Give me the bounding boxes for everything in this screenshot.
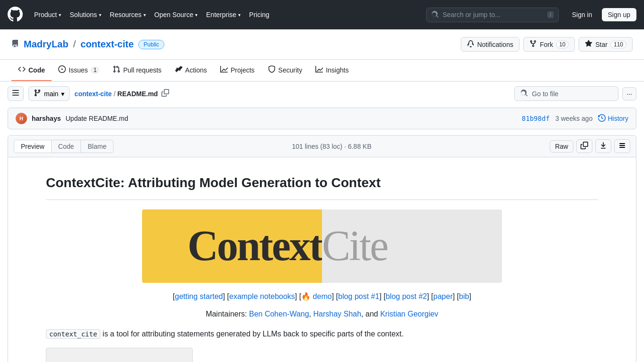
readme-title: ContextCite: Attributing Model Generatio… [46, 172, 598, 200]
topnav-auth: Sign in Sign up [566, 8, 636, 21]
topnav: Product▾ Solutions▾ Resources▾ Open Sour… [0, 0, 644, 29]
tab-issues[interactable]: Issues 1 [52, 60, 106, 81]
commit-info: H harshays Update README.md 81b98df 3 we… [8, 108, 636, 129]
link-getting-started[interactable]: getting started [175, 292, 223, 300]
maintainer-1[interactable]: Ben Cohen-Wang [249, 310, 309, 318]
fork-label: Fork [540, 41, 553, 48]
breadcrumb-separator: / [114, 90, 116, 98]
nav-pricing[interactable]: Pricing [245, 8, 273, 21]
insights-icon [315, 65, 323, 74]
signin-button[interactable]: Sign in [566, 9, 598, 21]
file-nav-right: Go to file ··· [514, 86, 636, 101]
commit-sha[interactable]: 81b98df [522, 115, 550, 122]
maintainers-prefix: Maintainers: [206, 310, 247, 318]
fork-count: 10 [556, 41, 569, 48]
tab-projects[interactable]: Projects [214, 60, 261, 81]
download-button[interactable] [595, 139, 611, 153]
repo-slash: / [73, 39, 76, 50]
copy-icon [161, 91, 169, 98]
copy-raw-icon [581, 144, 588, 151]
context-cite-code: context_cite [46, 329, 100, 339]
breadcrumb: context-cite / README.md [74, 88, 171, 99]
outline-icon [618, 144, 626, 151]
copy-raw-button[interactable] [576, 139, 592, 153]
code-icon [18, 65, 26, 74]
fork-button[interactable]: Fork 10 [523, 37, 575, 52]
nav-solutions[interactable]: Solutions▾ [66, 8, 105, 21]
outline-button[interactable] [614, 139, 630, 153]
maintainer-2[interactable]: Harshay Shah [313, 310, 361, 318]
maintainer-3[interactable]: Kristian Georgiev [380, 310, 438, 318]
tab-code[interactable]: Code [11, 60, 52, 81]
commit-time: 3 weeks ago [555, 115, 593, 122]
file-view-tabs: Preview Code Blame [14, 140, 114, 153]
tab-insights-label: Insights [326, 66, 349, 74]
code-tab[interactable]: Code [52, 140, 81, 153]
branch-chevron-icon: ▾ [61, 90, 64, 98]
go-to-file-icon [520, 89, 528, 98]
pr-icon [113, 65, 120, 74]
breadcrumb-repo-link[interactable]: context-cite [74, 90, 112, 98]
actions-icon [175, 65, 182, 74]
repo-header: MadryLab / context-cite Public Notificat… [0, 29, 644, 60]
resources-chevron-icon: ▾ [143, 12, 146, 18]
repo-name-link[interactable]: context-cite [80, 39, 134, 50]
branch-icon [34, 89, 41, 98]
repo-org-link[interactable]: MadryLab [24, 39, 68, 50]
nav-enterprise[interactable]: Enterprise▾ [202, 8, 244, 21]
readme-maintainers: Maintainers: Ben Cohen-Wang, Harshay Sha… [46, 308, 598, 320]
search-bar[interactable]: Search or jump to... / [426, 8, 559, 22]
raw-button[interactable]: Raw [550, 140, 573, 153]
tab-actions[interactable]: Actions [168, 60, 214, 81]
issue-icon [58, 65, 66, 74]
link-bib[interactable]: bib [459, 292, 469, 300]
history-icon [598, 114, 606, 123]
more-options-button[interactable]: ··· [622, 87, 636, 100]
nav-product[interactable]: Product▾ [30, 8, 65, 21]
link-blog-post-2[interactable]: blog post #2 [386, 292, 427, 300]
star-button[interactable]: Star 110 [579, 37, 633, 52]
link-example-notebooks[interactable]: example notebooks [229, 292, 295, 300]
link-paper[interactable]: paper [433, 292, 453, 300]
go-to-file[interactable]: Go to file [514, 86, 618, 101]
blame-tab[interactable]: Blame [81, 140, 114, 153]
sidebar-toggle-button[interactable] [8, 86, 24, 101]
commit-author[interactable]: harshays [32, 115, 61, 122]
nav-open-source[interactable]: Open Source▾ [151, 8, 202, 21]
file-nav-header: main ▾ context-cite / README.md Go to fi… [0, 81, 644, 106]
tab-pull-requests[interactable]: Pull requests [106, 60, 168, 81]
avatar: H [16, 113, 27, 124]
tab-insights[interactable]: Insights [309, 60, 355, 81]
repo-type-icon [11, 39, 19, 50]
notifications-button[interactable]: Notifications [461, 37, 519, 52]
readme-description: context_cite is a tool for attributing s… [46, 328, 598, 340]
repo-action-buttons: Notifications Fork 10 Star 110 [461, 37, 633, 52]
link-demo[interactable]: 🔥 demo [301, 292, 331, 300]
maintainers-and: and [366, 310, 380, 318]
sidebar-toggle-icon [12, 89, 19, 98]
repo-title-area: MadryLab / context-cite Public [11, 39, 164, 50]
link-blog-post-1[interactable]: blog post #1 [338, 292, 379, 300]
bottom-image-placeholder: Context 🌿 [46, 348, 193, 362]
tab-issues-label: Issues [69, 66, 88, 74]
file-actions: Raw [550, 139, 630, 153]
file-nav-left: main ▾ context-cite / README.md [8, 86, 171, 101]
logo-gray-bg: Cite [322, 209, 502, 283]
readme-links-line: [getting started] [example notebooks] [🔥… [46, 290, 598, 303]
readme-desc-text: is a tool for attributing statements gen… [103, 330, 404, 338]
readme-logo-area: Context Cite [46, 209, 598, 283]
download-icon [599, 144, 607, 151]
branch-selector[interactable]: main ▾ [28, 86, 70, 101]
tab-pull-requests-label: Pull requests [123, 66, 161, 74]
history-button[interactable]: History [598, 114, 628, 123]
tab-security[interactable]: Security [261, 60, 309, 81]
repo-visibility-badge: Public [138, 40, 164, 49]
signup-button[interactable]: Sign up [602, 8, 636, 21]
preview-tab[interactable]: Preview [14, 140, 52, 153]
github-logo[interactable] [8, 7, 23, 23]
nav-resources[interactable]: Resources▾ [106, 8, 150, 21]
copy-path-button[interactable] [160, 88, 171, 99]
branch-name: main [44, 90, 58, 98]
star-count: 110 [610, 41, 626, 48]
product-chevron-icon: ▾ [59, 12, 61, 18]
